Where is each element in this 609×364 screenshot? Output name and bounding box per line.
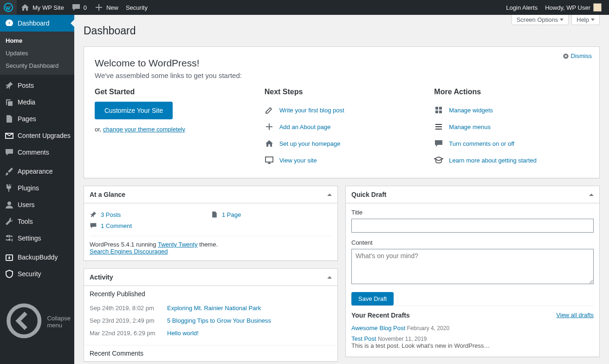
quick-draft-heading[interactable]: Quick Draft [346,186,599,203]
plus-icon [94,3,104,12]
sidebar-item-plugins[interactable]: Plugins [0,180,74,196]
view-all-drafts-link[interactable]: View all drafts [556,312,594,319]
media-icon [5,98,14,107]
home-icon [20,3,30,12]
at-a-glance-heading[interactable]: At a Glance [84,186,337,203]
collapse-menu[interactable]: Collapse menu [0,282,74,361]
collapse-icon [5,286,43,357]
site-name: My WP Site [32,4,64,11]
draft-link[interactable]: Test Post [351,335,376,342]
pin-icon [5,81,14,90]
screen-meta: Screen Options Help [512,15,600,25]
view-site-link[interactable]: View your site [279,157,317,164]
sidebar-item-backupbuddy[interactable]: BackupBuddy [0,249,74,266]
activity-row: Sep 24th 2019, 8:02 pmExploring Mt. Rain… [90,302,332,314]
recently-published-heading: Recently Published [84,286,337,302]
theme-link[interactable]: Twenty Twenty [158,241,198,248]
admin-toolbar: My WP Site 0 New Security Login Alerts H… [0,0,609,15]
sidebar-item-media[interactable]: Media [0,94,74,110]
learn-more-link[interactable]: Learn more about getting started [449,157,537,164]
draft-link[interactable]: Awesome Blog Post [351,325,405,332]
sidebar-item-posts[interactable]: Posts [0,77,74,94]
dashboard-icon [5,19,14,28]
wp-logo[interactable] [0,0,17,15]
manage-widgets-link[interactable]: Manage widgets [449,107,493,114]
toggle-comments-link[interactable]: Turn comments on or off [449,140,514,147]
activity-row: Mar 22nd 2019, 6:29 pmHello world! [90,327,332,339]
get-started-col: Get Started Customize Your Site or, chan… [95,88,255,169]
help-tab[interactable]: Help [571,15,600,25]
save-draft-button[interactable]: Save Draft [351,292,394,306]
at-a-glance-box: At a Glance 3 Posts 1 Page 1 Comment Wor… [84,186,338,261]
account-menu[interactable]: Howdy, WP User [541,0,605,15]
toggle-arrow-icon[interactable] [327,276,332,279]
comments-count: 0 [84,4,87,11]
activity-row: Sep 23rd 2019, 2:49 pm5 Blogging Tips to… [90,314,332,327]
draft-title-input[interactable] [351,219,594,233]
comment-icon [90,222,97,229]
security-menu[interactable]: Security [122,0,151,15]
menus-icon [434,122,443,131]
next-steps-col: Next Steps Write your first blog post Ad… [265,88,425,169]
pages-icon [5,114,14,124]
sidebar-item-content-upgrades[interactable]: Content Upgrades [0,127,74,144]
pin-icon [90,211,97,218]
mail-icon [5,131,14,140]
submenu-home[interactable]: Home [0,34,74,47]
title-label: Title [351,209,594,216]
posts-count-link[interactable]: 3 Posts [101,211,121,218]
edit-icon [265,105,274,115]
more-actions-col: More Actions Manage widgets Manage menus… [434,88,595,169]
comment-icon [434,139,443,148]
submenu-security-dashboard[interactable]: Security Dashboard [0,59,74,72]
comment-icon [71,3,81,12]
login-alerts[interactable]: Login Alerts [502,0,541,15]
post-link[interactable]: Exploring Mt. Rainier National Park [167,305,261,312]
wrench-icon [5,217,14,226]
comments-count-link[interactable]: 1 Comment [101,222,132,229]
main-content: Screen Options Help Dashboard Dismiss We… [74,15,609,364]
dashboard-submenu: Home Updates Security Dashboard [0,32,74,75]
grad-icon [434,156,443,165]
post-link[interactable]: Hello world! [167,330,199,337]
setup-homepage-link[interactable]: Set up your homepage [279,140,341,147]
search-engines-discouraged-link[interactable]: Search Engines Discouraged [90,248,168,255]
chevron-down-icon [591,19,595,21]
screen-options-tab[interactable]: Screen Options [512,15,569,25]
backup-icon [5,253,14,262]
sidebar-item-comments[interactable]: Comments [0,144,74,161]
toggle-arrow-icon[interactable] [589,194,594,196]
sidebar-item-tools[interactable]: Tools [0,213,74,230]
comments-menu[interactable]: 0 [68,0,91,15]
site-name-menu[interactable]: My WP Site [17,0,68,15]
dismiss-welcome[interactable]: Dismiss [563,52,592,59]
admin-sidebar: Dashboard Home Updates Security Dashboar… [0,15,74,364]
close-icon [563,53,569,59]
recent-comments-heading: Recent Comments [84,345,337,361]
pages-count-link[interactable]: 1 Page [222,211,241,218]
sidebar-item-users[interactable]: Users [0,196,74,213]
write-first-post-link[interactable]: Write your first blog post [279,107,344,114]
submenu-updates[interactable]: Updates [0,47,74,59]
sidebar-item-security[interactable]: Security [0,266,74,282]
activity-heading[interactable]: Activity [84,269,337,286]
sidebar-item-settings[interactable]: Settings [0,230,74,247]
content-label: Content [351,239,594,246]
user-icon [5,200,14,209]
customize-site-button[interactable]: Customize Your Site [95,102,173,119]
manage-menus-link[interactable]: Manage menus [449,124,491,130]
comment-icon [5,148,14,157]
post-link[interactable]: 5 Blogging Tips to Grow Your Business [167,317,271,324]
sidebar-item-pages[interactable]: Pages [0,110,74,127]
sliders-icon [5,234,14,243]
draft-row: Awesome Blog Post February 4, 2020 [351,323,594,333]
draft-row: Test Post November 11, 2019This is a tes… [351,333,594,351]
toggle-arrow-icon[interactable] [327,194,332,196]
sidebar-item-dashboard[interactable]: Dashboard [0,15,74,32]
draft-content-input[interactable] [351,249,594,284]
new-content-menu[interactable]: New [91,0,122,15]
pages-icon [211,211,218,218]
add-about-page-link[interactable]: Add an About page [279,124,331,130]
sidebar-item-appearance[interactable]: Appearance [0,163,74,180]
change-theme-link[interactable]: change your theme completely [103,126,185,133]
